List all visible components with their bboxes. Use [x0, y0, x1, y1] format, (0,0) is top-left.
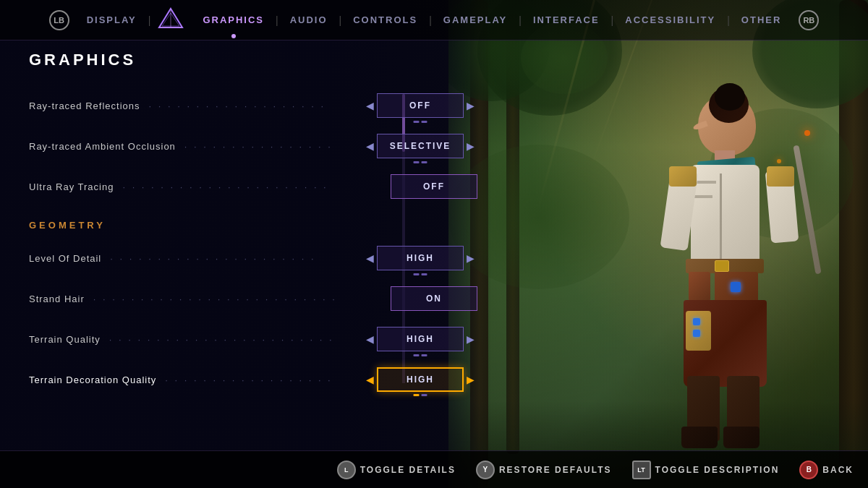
arrow-right-terrain-deco[interactable]: ▶ — [464, 374, 477, 385]
page-title: GRAPHICS — [29, 51, 136, 69]
option-selector-ultra-ray: OFF — [391, 174, 477, 199]
indicator-dot-4a — [414, 273, 420, 275]
lb-button[interactable]: LB — [49, 10, 69, 30]
nav-item-interface[interactable]: INTERFACE — [522, 14, 611, 25]
indicator-dot-2b — [422, 161, 427, 163]
label-restore-defaults: RESTORE DEFAULTS — [499, 465, 612, 475]
option-indicator-7 — [414, 394, 427, 396]
option-selector-ray-reflections: ◀ OFF ▶ — [363, 93, 477, 118]
btn-back: B — [799, 461, 818, 479]
indicator-dot-6b — [422, 354, 427, 356]
label-toggle-details: TOGGLE DETAILS — [360, 465, 456, 475]
option-indicator-6 — [414, 354, 427, 356]
setting-label-strand-hair: Strand Hair — [29, 294, 85, 304]
label-toggle-description: TOGGLE DESCRIPTION — [655, 465, 780, 475]
option-value-ultra-ray[interactable]: OFF — [391, 174, 477, 199]
btn-toggle-details: L — [337, 461, 356, 479]
nav-item-accessibility[interactable]: ACCESSIBILITY — [613, 14, 727, 25]
setting-label-terrain-deco-quality: Terrain Decoration Quality — [29, 374, 156, 385]
setting-dots-7: · · · · · · · · · · · · · · · · · · — [165, 374, 354, 385]
nav-logo — [156, 6, 185, 35]
nav-item-display[interactable]: DISPLAY — [75, 14, 148, 25]
option-selector-terrain-deco: ◀ HIGH ▶ — [363, 367, 477, 392]
option-value-ambient-occlusion[interactable]: SELECTIVE — [377, 134, 464, 158]
arrow-right-terrain-quality[interactable]: ▶ — [464, 333, 477, 345]
setting-label-ray-reflections: Ray-traced Reflections — [29, 100, 140, 111]
arrow-left-ambient-occlusion[interactable]: ◀ — [363, 140, 377, 152]
setting-dots-2: · · · · · · · · · · · · · · · · — [184, 141, 354, 152]
arrow-left-terrain-deco[interactable]: ◀ — [363, 374, 377, 385]
label-back: BACK — [822, 465, 854, 475]
nav-item-audio[interactable]: AUDIO — [278, 14, 339, 25]
setting-label-ambient-occlusion: Ray-traced Ambient Occlusion — [29, 141, 176, 152]
option-indicator-2 — [414, 161, 427, 163]
section-header-geometry: GEOMETRY — [29, 220, 477, 231]
setting-dots-3: · · · · · · · · · · · · · · · · · · · · … — [122, 181, 382, 192]
bottom-action-bar: L TOGGLE DETAILS Y RESTORE DEFAULTS LT T… — [0, 450, 868, 488]
arrow-right-lod[interactable]: ▶ — [464, 252, 477, 264]
setting-row-level-of-detail: Level Of Detail · · · · · · · · · · · · … — [29, 239, 477, 277]
nav-sep-1: | — [148, 14, 151, 26]
arrow-left-lod[interactable]: ◀ — [363, 252, 377, 264]
setting-label-ultra-ray-tracing: Ultra Ray Tracing — [29, 181, 114, 192]
background-scene — [448, 0, 868, 488]
option-selector-level-of-detail: ◀ HIGH ▶ — [363, 246, 477, 270]
action-toggle-details[interactable]: L TOGGLE DETAILS — [337, 461, 456, 479]
nav-item-graphics[interactable]: GRAPHICS — [191, 14, 276, 25]
nav-item-controls[interactable]: CONTROLS — [341, 14, 429, 25]
option-value-terrain-quality[interactable]: HIGH — [377, 327, 464, 351]
setting-row-strand-hair: Strand Hair · · · · · · · · · · · · · · … — [29, 280, 477, 317]
setting-row-terrain-quality: Terrain Quality · · · · · · · · · · · · … — [29, 320, 477, 358]
setting-row-ray-reflections: Ray-traced Reflections · · · · · · · · ·… — [29, 87, 477, 124]
settings-panel: Ray-traced Reflections · · · · · · · · ·… — [29, 87, 477, 401]
indicator-dot-2a — [414, 161, 420, 163]
arrow-right-ambient-occlusion[interactable]: ▶ — [464, 140, 477, 152]
option-selector-ambient-occlusion: ◀ SELECTIVE ▶ — [363, 134, 477, 158]
arrow-left-ray-reflections[interactable]: ◀ — [363, 100, 377, 111]
nav-item-other[interactable]: OTHER — [730, 14, 793, 25]
arrow-right-ray-reflections[interactable]: ▶ — [464, 100, 477, 111]
option-value-ray-reflections[interactable]: OFF — [377, 93, 464, 118]
action-back[interactable]: B BACK — [799, 461, 854, 479]
option-indicator-4 — [414, 273, 427, 275]
setting-dots-5: · · · · · · · · · · · · · · · · · · · · … — [93, 294, 382, 304]
setting-dots-6: · · · · · · · · · · · · · · · · · · · · … — [109, 334, 354, 345]
btn-toggle-description: LT — [632, 461, 651, 479]
setting-row-ambient-occlusion: Ray-traced Ambient Occlusion · · · · · ·… — [29, 127, 477, 165]
option-value-strand-hair[interactable]: ON — [391, 286, 477, 311]
setting-label-level-of-detail: Level Of Detail — [29, 253, 101, 264]
arrow-left-terrain-quality[interactable]: ◀ — [363, 333, 377, 345]
option-value-terrain-deco[interactable]: HIGH — [377, 367, 464, 392]
character-illustration — [637, 87, 825, 455]
action-toggle-description[interactable]: LT TOGGLE DESCRIPTION — [632, 461, 780, 479]
top-navigation: LB DISPLAY | GRAPHICS | AUDIO | CONTROLS… — [0, 0, 868, 40]
indicator-dot-7a — [414, 394, 420, 396]
indicator-dot-1b — [422, 121, 427, 123]
rb-button[interactable]: RB — [799, 10, 819, 30]
setting-row-terrain-deco-quality: Terrain Decoration Quality · · · · · · ·… — [29, 361, 477, 398]
setting-dots-4: · · · · · · · · · · · · · · · · · · · · … — [110, 253, 354, 264]
action-restore-defaults[interactable]: Y RESTORE DEFAULTS — [476, 461, 612, 479]
indicator-dot-4b — [422, 273, 427, 275]
btn-restore-defaults: Y — [476, 461, 495, 479]
nav-item-gameplay[interactable]: GAMEPLAY — [432, 14, 519, 25]
option-selector-terrain-quality: ◀ HIGH ▶ — [363, 327, 477, 351]
indicator-dot-6a — [414, 354, 420, 356]
option-indicator-1 — [414, 121, 427, 123]
option-value-level-of-detail[interactable]: HIGH — [377, 246, 464, 270]
option-selector-strand-hair: ON — [391, 286, 477, 311]
setting-label-terrain-quality: Terrain Quality — [29, 334, 101, 345]
indicator-dot-7b — [422, 394, 427, 396]
indicator-dot-1a — [414, 121, 420, 123]
setting-dots-1: · · · · · · · · · · · · · · · · · · · — [149, 100, 355, 111]
setting-row-ultra-ray-tracing: Ultra Ray Tracing · · · · · · · · · · · … — [29, 168, 477, 205]
